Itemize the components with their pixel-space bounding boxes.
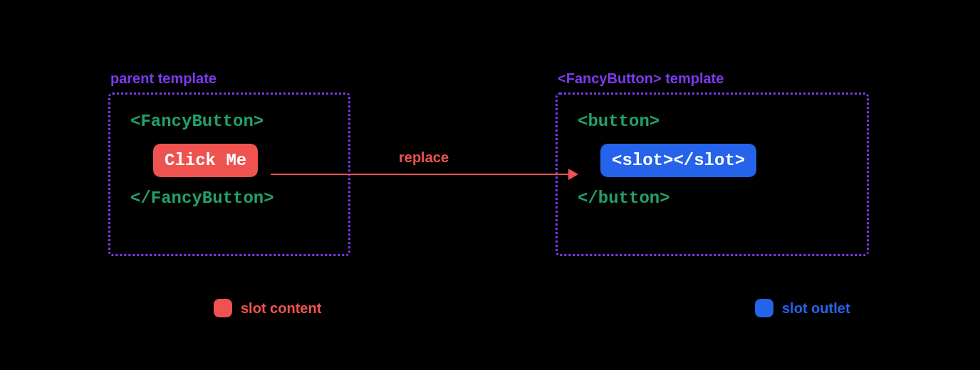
slot-outlet-chip: <slot></slot> [600,144,756,177]
parent-close-tag: </FancyButton> [130,189,328,209]
fancybutton-template-label: <FancyButton> template [558,70,724,87]
replace-arrow [271,174,577,175]
legend-slot-outlet-label: slot outlet [782,300,850,317]
parent-open-tag: <FancyButton> [130,112,328,132]
button-open-tag: <button> [578,112,847,132]
slot-diagram: parent template <FancyButton> Click Me <… [0,0,980,370]
button-close-tag: </button> [578,189,847,209]
parent-template-label: parent template [110,70,217,87]
swatch-red-icon [214,299,232,317]
swatch-blue-icon [755,299,773,317]
legend-slot-outlet: slot outlet [755,299,850,317]
slot-content-chip: Click Me [153,144,258,177]
legend-slot-content: slot content [214,299,321,317]
replace-label: replace [399,149,449,166]
fancybutton-template-panel: <FancyButton> template <button> <slot></… [556,92,869,256]
legend-slot-content-label: slot content [241,300,321,317]
